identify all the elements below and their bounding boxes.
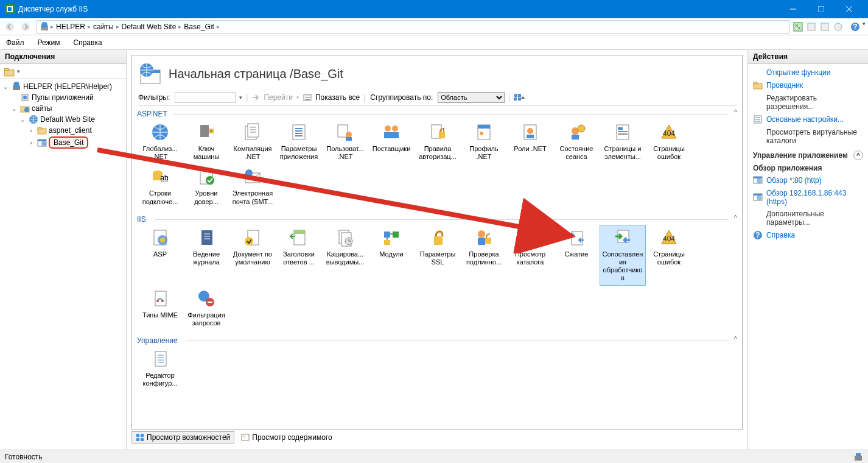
404-icon: 404 bbox=[659, 122, 679, 142]
action-advanced[interactable]: Дополнительные параметры... bbox=[753, 208, 863, 228]
breadcrumb-item[interactable]: сайты bbox=[92, 23, 115, 31]
feature-errorpages[interactable]: 404Страницы ошибок bbox=[646, 225, 692, 286]
breadcrumb-item[interactable]: Base_Git bbox=[183, 23, 215, 31]
feature-handlers[interactable]: Сопоставления обработчиков bbox=[600, 225, 646, 286]
feature-caching[interactable]: Кэширова... выводимы... bbox=[322, 225, 368, 286]
twisty-icon[interactable]: ⌄ bbox=[10, 105, 18, 112]
svg-point-20 bbox=[13, 82, 19, 88]
view-icon[interactable] bbox=[514, 93, 526, 102]
feature-trust[interactable]: Уровни довер... bbox=[183, 164, 229, 208]
collapse-icon[interactable]: ^ bbox=[734, 335, 737, 342]
feature-globalization[interactable]: Глобализ... .NET bbox=[137, 119, 183, 164]
breadcrumb-item[interactable]: HELPER bbox=[55, 23, 86, 31]
feature-users[interactable]: Пользоват... .NET bbox=[322, 119, 368, 164]
refresh-all-icon[interactable] bbox=[792, 21, 804, 33]
svg-rect-98 bbox=[523, 230, 537, 233]
feature-pages[interactable]: Страницы и элементы... bbox=[600, 119, 646, 164]
nav-icon-3[interactable] bbox=[819, 21, 831, 33]
nav-icon-2[interactable] bbox=[805, 21, 817, 33]
menu-mode[interactable]: Режим bbox=[35, 37, 63, 48]
config-status-icon[interactable] bbox=[853, 452, 863, 462]
action-browse-80[interactable]: Обзор *:80 (http) bbox=[753, 174, 863, 187]
feature-asp[interactable]: ASP bbox=[137, 225, 183, 286]
tree-root[interactable]: ⌄ HELPER (HELPER\Helper) bbox=[1, 81, 125, 92]
breadcrumb-item[interactable]: Default Web Site bbox=[121, 23, 178, 31]
svg-rect-116 bbox=[243, 436, 245, 437]
tree-basegit[interactable]: › Base_Git bbox=[1, 136, 125, 149]
collapse-icon[interactable]: ^ bbox=[853, 150, 863, 160]
tab-features[interactable]: Просмотр возможностей bbox=[131, 431, 234, 444]
feature-errorpages-net[interactable]: 404Страницы ошибок bbox=[646, 119, 692, 164]
action-explorer[interactable]: Проводник bbox=[753, 79, 863, 92]
menu-help[interactable]: Справка bbox=[71, 37, 105, 48]
svg-rect-68 bbox=[618, 131, 628, 132]
feature-appsettings[interactable]: Параметры приложения bbox=[276, 119, 322, 164]
feature-logging[interactable]: Ведение журнала bbox=[183, 225, 229, 286]
tree-pools[interactable]: Пулы приложений bbox=[1, 92, 125, 103]
group-header-aspnet[interactable]: ASP.NET ^ bbox=[137, 107, 737, 118]
tree-dws[interactable]: ⌄ Default Web Site bbox=[1, 114, 125, 125]
action-basic-settings[interactable]: Основные настройки... bbox=[753, 113, 863, 126]
minimize-button[interactable] bbox=[779, 0, 807, 18]
feature-machinekey[interactable]: Ключ машины bbox=[183, 119, 229, 164]
nav-back-button[interactable] bbox=[2, 20, 17, 34]
twisty-icon[interactable]: › bbox=[27, 140, 35, 146]
feature-smtp[interactable]: Электронная почта (SMT... bbox=[229, 164, 276, 208]
feature-auth[interactable]: Проверка подлинно... bbox=[461, 225, 507, 286]
breadcrumb[interactable]: ▸ HELPER▸ сайты▸ Default Web Site▸ Base_… bbox=[37, 20, 789, 34]
svg-rect-118 bbox=[754, 82, 757, 84]
stop-icon[interactable] bbox=[832, 21, 844, 33]
twisty-icon[interactable]: › bbox=[27, 127, 35, 134]
feature-providers[interactable]: Поставщики bbox=[368, 119, 415, 164]
action-open-feature[interactable]: Открытие функции bbox=[753, 66, 863, 79]
feature-connstrings[interactable]: abСтроки подключе... bbox=[137, 164, 183, 208]
twisty-icon[interactable]: ⌄ bbox=[1, 83, 10, 90]
feature-ssl[interactable]: Параметры SSL bbox=[415, 225, 461, 286]
svg-rect-109 bbox=[208, 302, 212, 303]
profile-icon bbox=[474, 122, 494, 142]
feature-defaultdoc[interactable]: Документ по умолчанию bbox=[229, 225, 276, 286]
tree-sites[interactable]: ⌄ сайты bbox=[1, 103, 125, 114]
action-help[interactable]: ?Справка bbox=[753, 228, 863, 242]
filter-input[interactable] bbox=[175, 92, 236, 103]
close-button[interactable] bbox=[835, 0, 863, 18]
svg-rect-58 bbox=[478, 125, 490, 129]
group-header-iis[interactable]: IIS ^ bbox=[137, 213, 737, 224]
dirbrowse-icon bbox=[520, 228, 540, 247]
go-button: Перейти bbox=[264, 93, 293, 102]
svg-point-76 bbox=[206, 176, 214, 185]
add-connection-icon[interactable] bbox=[4, 66, 15, 77]
feature-dirbrowsing[interactable]: Просмотр каталога bbox=[507, 225, 553, 286]
feature-mime[interactable]: Типы MIME bbox=[137, 286, 183, 330]
feature-authz[interactable]: Правила авторизац... bbox=[415, 119, 461, 164]
session-icon bbox=[567, 122, 586, 142]
collapse-icon[interactable]: ^ bbox=[734, 108, 737, 116]
feature-session[interactable]: Состояние сеанса bbox=[553, 119, 600, 164]
user-icon bbox=[335, 122, 355, 142]
svg-rect-39 bbox=[518, 94, 521, 97]
tree-aspnet[interactable]: › aspnet_client bbox=[1, 125, 125, 136]
feature-compression[interactable]: Сжатие bbox=[553, 225, 600, 286]
feature-compilation[interactable]: Компиляция .NET bbox=[229, 119, 276, 164]
feature-profile[interactable]: Профиль .NET bbox=[461, 119, 507, 164]
showall-button[interactable]: Показать все bbox=[315, 93, 360, 102]
feature-reqfiltering[interactable]: Фильтрация запросов bbox=[183, 286, 229, 330]
action-view-vdirs[interactable]: Просмотреть виртуальные каталоги bbox=[753, 126, 863, 147]
nav-forward-button[interactable] bbox=[18, 20, 33, 34]
maximize-button[interactable] bbox=[807, 0, 835, 18]
action-browse-443[interactable]: Обзор 192.168.1.86:443 (https) bbox=[753, 187, 863, 208]
collapse-icon[interactable]: ^ bbox=[734, 214, 737, 221]
feature-modules[interactable]: Модули bbox=[368, 225, 415, 286]
feature-configeditor[interactable]: Редактор конфигур... bbox=[137, 346, 183, 391]
groupby-select[interactable]: Область bbox=[438, 92, 505, 103]
groupby-label: Сгруппировать по: bbox=[369, 93, 434, 102]
group-header-mgmt[interactable]: Управление ^ bbox=[137, 334, 737, 345]
twisty-icon[interactable]: ⌄ bbox=[18, 116, 27, 123]
help-icon[interactable]: ? bbox=[849, 21, 861, 33]
website-icon bbox=[29, 115, 38, 124]
feature-respheaders[interactable]: Заголовки ответов ... bbox=[276, 225, 322, 286]
feature-roles[interactable]: Роли .NET bbox=[507, 119, 553, 164]
tab-content[interactable]: Просмотр содержимого bbox=[237, 431, 336, 444]
action-edit-permissions[interactable]: Редактировать разрешения... bbox=[753, 92, 863, 113]
menu-file[interactable]: Файл bbox=[4, 37, 27, 48]
